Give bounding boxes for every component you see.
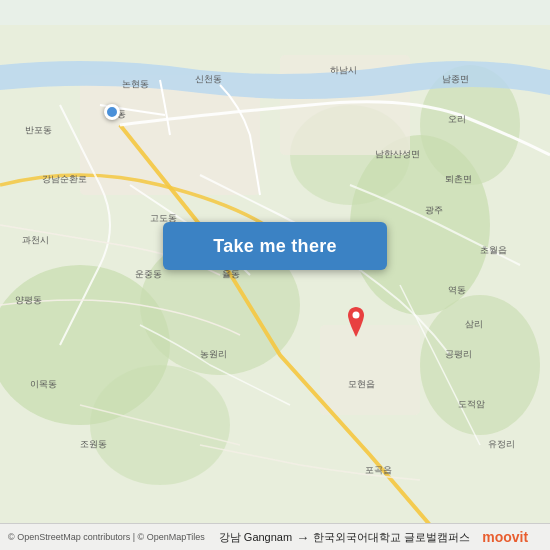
svg-text:하남시: 하남시: [330, 65, 357, 75]
route-arrow-icon: →: [296, 530, 309, 545]
svg-text:유정리: 유정리: [488, 439, 515, 449]
origin-marker: [104, 104, 120, 120]
svg-text:반포동: 반포동: [25, 125, 52, 135]
svg-text:초월읍: 초월읍: [480, 245, 507, 255]
footer-bar: © OpenStreetMap contributors | © OpenMap…: [0, 523, 550, 550]
svg-text:운중동: 운중동: [135, 269, 162, 279]
route-info: 강남 Gangnam → 한국외국어대학교 글로벌캠퍼스 moovit: [205, 529, 542, 545]
svg-text:모현읍: 모현읍: [348, 379, 375, 389]
moovit-brand: moovit: [482, 529, 528, 545]
attribution-text: © OpenStreetMap contributors | © OpenMap…: [8, 532, 205, 542]
destination-marker: [344, 307, 368, 337]
svg-text:양평동: 양평동: [15, 295, 42, 305]
svg-text:논현동: 논현동: [122, 79, 149, 89]
svg-point-5: [420, 295, 540, 435]
svg-text:포곡읍: 포곡읍: [365, 465, 392, 475]
svg-text:농원리: 농원리: [200, 349, 227, 359]
svg-text:율동: 율동: [222, 269, 240, 279]
svg-text:삼리: 삼리: [465, 319, 483, 329]
take-me-there-button[interactable]: Take me there: [163, 222, 387, 270]
route-from: 강남 Gangnam: [219, 530, 292, 545]
route-to: 한국외국어대학교 글로벌캠퍼스: [313, 530, 470, 545]
svg-text:역동: 역동: [448, 285, 466, 295]
svg-text:강남순환로: 강남순환로: [42, 174, 87, 184]
svg-text:공평리: 공평리: [445, 349, 472, 359]
map-container: 반포동 삼동 신천동 하남시 남한산성면 강남순환로 과천시 광주 양평동 운중…: [0, 0, 550, 550]
svg-text:광주: 광주: [425, 205, 443, 215]
svg-text:도적암: 도적암: [458, 399, 485, 409]
svg-text:과천시: 과천시: [22, 235, 49, 245]
svg-text:남한산성면: 남한산성면: [375, 149, 420, 159]
svg-rect-10: [320, 325, 420, 415]
svg-text:퇴촌면: 퇴촌면: [445, 174, 472, 184]
svg-text:오리: 오리: [448, 114, 466, 124]
svg-text:조원동: 조원동: [80, 439, 107, 449]
attribution: © OpenStreetMap contributors | © OpenMap…: [8, 532, 205, 542]
svg-point-38: [353, 312, 360, 319]
svg-text:남종면: 남종면: [442, 74, 469, 84]
svg-text:신천동: 신천동: [195, 74, 222, 84]
svg-text:이목동: 이목동: [30, 379, 57, 389]
